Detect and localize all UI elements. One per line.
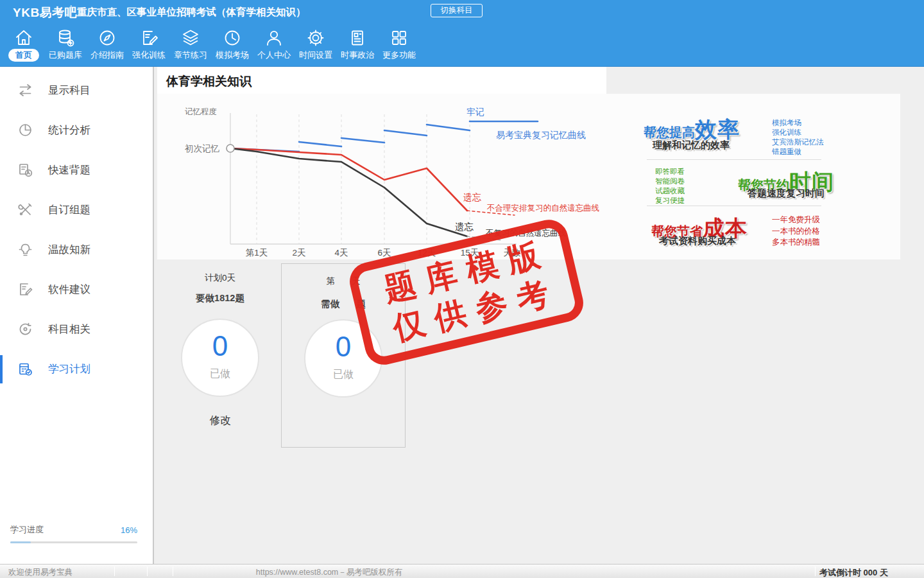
statusbar-separator [114, 566, 115, 576]
toolbar-label: 强化训练 [132, 49, 166, 61]
svg-text:2天: 2天 [292, 248, 305, 258]
toolbar-label: 时事政治 [341, 49, 374, 61]
plan-days-line: 计划0天 [160, 272, 280, 284]
sidebar-item-label: 温故知新 [48, 243, 90, 257]
home-icon [14, 28, 33, 48]
svg-text:15天: 15天 [461, 248, 479, 258]
chart-forget-red-label: 遗忘 [463, 192, 481, 204]
page-title: 体育学相关知识 [166, 73, 252, 90]
toolbar-item-question-bank[interactable]: 已购题库 [45, 22, 86, 67]
sidebar-item-subject-related[interactable]: 科目相关 [0, 310, 153, 349]
plan-day-line: 第天 [282, 276, 405, 287]
toolbar-label: 更多功能 [382, 49, 416, 61]
title-separator: | [69, 3, 73, 18]
promo-efficiency-features: 模拟考场 强化训练 艾宾浩斯记忆法 错题重做 [772, 118, 824, 157]
related-icon [18, 322, 33, 337]
toolbar-item-chapter-practice[interactable]: 章节练习 [170, 22, 211, 67]
sidebar-item-quick-review[interactable]: 快速背题 [0, 150, 153, 190]
statusbar-separator [815, 566, 816, 576]
exam-title: 重庆市直、区事业单位招聘考试（体育学相关知识） [77, 6, 306, 19]
toolbar-item-guide[interactable]: 介绍指南 [87, 22, 128, 67]
svg-text:天数: 天数 [504, 248, 521, 258]
done-label: 已做 [305, 368, 381, 381]
promo-feature: 一本书的价格 [772, 226, 820, 238]
sidebar-item-custom-quiz[interactable]: 自订组题 [0, 190, 153, 230]
toolbar-label: 模拟考场 [216, 49, 249, 61]
toolbar-item-user-center[interactable]: 个人中心 [253, 22, 295, 67]
sidebar-item-statistics[interactable]: 统计分析 [0, 110, 153, 150]
promo-feature: 错题重做 [772, 147, 824, 157]
sidebar-item-show-subjects[interactable]: 显示科目 [0, 71, 153, 110]
edit-doc-icon [139, 28, 158, 48]
chart-start-label: 初次记忆 [185, 143, 219, 155]
svg-text:6天: 6天 [377, 248, 391, 258]
gear-icon [306, 28, 325, 48]
done-count: 0 [305, 331, 381, 363]
toolbar-item-time-settings[interactable]: 时间设置 [295, 22, 336, 67]
app-window: YKB易考吧 | 重庆市直、区事业单位招聘考试（体育学相关知识） 切换科目 首页… [0, 0, 924, 578]
sidebar-item-software-suggest[interactable]: 软件建议 [0, 270, 153, 310]
study-progress: 学习进度 16% [10, 524, 137, 543]
suggest-icon [18, 282, 33, 297]
promo-feature: 多本书的精髓 [772, 237, 820, 249]
promo-feature: 艾宾浩斯记忆法 [772, 137, 824, 147]
plan-card-today: 第天 需做题 0 已做 [281, 263, 406, 448]
app-logo: YKB易考吧 [13, 4, 77, 21]
toolbar-item-mock-exam[interactable]: 模拟考场 [212, 22, 253, 67]
promo-feature: 试题收藏 [655, 186, 685, 196]
statusbar-welcome: 欢迎使用易考宝典 [8, 567, 73, 578]
flashcard-icon [18, 162, 33, 177]
statusbar-copyright: https://www.etest8.com－易考吧版权所有 [246, 567, 413, 578]
promo-time-features: 即答即看 智能阅卷 试题收藏 复习便捷 [655, 167, 685, 206]
progress-bar [10, 541, 137, 543]
header: YKB易考吧 | 重庆市直、区事业单位招聘考试（体育学相关知识） 切换科目 首页… [0, 0, 924, 67]
user-icon [264, 28, 284, 48]
done-count: 0 [182, 330, 258, 362]
sidebar-item-review-old[interactable]: 温故知新 [0, 230, 153, 270]
plan-icon [18, 362, 33, 376]
toolbar-item-more[interactable]: 更多功能 [379, 22, 420, 67]
sidebar-item-label: 学习计划 [48, 362, 90, 376]
plan-todo-line: 要做1812题 [160, 292, 280, 304]
sidebar-item-label: 科目相关 [48, 322, 90, 337]
bulb-icon [18, 242, 33, 257]
toolbar-label: 个人中心 [257, 49, 291, 61]
sidebar-item-study-plan[interactable]: 学习计划 [0, 349, 153, 389]
toolbar-label: 首页 [8, 49, 39, 62]
toolbar-label: 已购题库 [49, 49, 82, 61]
content-area: 显示科目 统计分析 快速背题 自订组题 温故知新 [0, 67, 924, 564]
toolbar-label: 时间设置 [299, 49, 332, 61]
toolbar-item-current-affairs[interactable]: 时事政治 [337, 22, 378, 67]
exam-countdown: 考试倒计时 000 天 [819, 567, 888, 578]
switch-subject-button[interactable]: 切换科目 [431, 4, 483, 17]
done-label: 已做 [182, 367, 258, 381]
statusbar: 欢迎使用易考宝典 https://www.etest8.com－易考吧版权所有 … [0, 564, 924, 578]
toolbar-label: 介绍指南 [90, 49, 124, 61]
toolbar-item-home[interactable]: 首页 [3, 22, 44, 67]
main-panel: 体育学相关知识 第1天2天4天6天12天15天天数 记忆程度 初次记忆 牢记 易… [155, 67, 924, 564]
edit-plan-button[interactable]: 修改 [160, 414, 280, 428]
promo-cost-features: 一年免费升级 一本书的价格 多本书的精髓 [772, 215, 820, 249]
chart-hold-label: 牢记 [466, 107, 484, 118]
toolbar-label: 章节练习 [174, 49, 207, 61]
promo-feature: 强化训练 [772, 128, 824, 137]
promo-efficiency-subtitle: 理解和记忆的效率 [653, 139, 730, 152]
chart-review-curve-label: 易考宝典复习记忆曲线 [496, 130, 586, 141]
swap-icon [18, 83, 33, 98]
database-icon [56, 28, 75, 48]
progress-bar-fill [10, 541, 31, 543]
sidebar-item-label: 显示科目 [48, 83, 90, 98]
chart-ylabel: 记忆程度 [185, 107, 217, 118]
sidebar-item-label: 自订组题 [48, 203, 90, 217]
titlebar: YKB易考吧 | 重庆市直、区事业单位招聘考试（体育学相关知识） 切换科目 [0, 0, 924, 22]
svg-text:4天: 4天 [334, 248, 348, 258]
layers-icon [181, 28, 200, 48]
grid-icon [389, 28, 409, 48]
promo-time-subtitle: 答题速度复习时间 [748, 188, 825, 200]
progress-label: 学习进度 [10, 524, 44, 536]
statusbar-separator [173, 566, 173, 576]
toolbar-item-training[interactable]: 强化训练 [128, 22, 169, 67]
svg-text:第1天: 第1天 [246, 248, 268, 258]
chart-black-curve-label: 不复习的自然遗忘曲线 [486, 228, 566, 239]
promo-cost-subtitle: 考试资料购买成本 [659, 235, 736, 247]
